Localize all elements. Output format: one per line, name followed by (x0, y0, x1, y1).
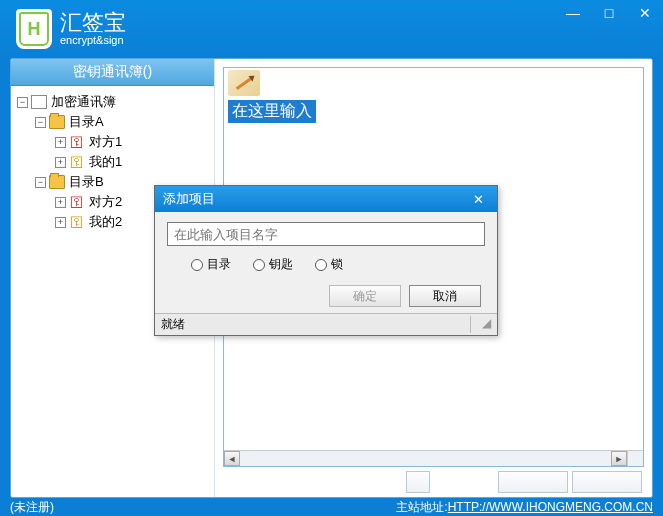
app-logo: H (16, 9, 52, 49)
radio-lock[interactable]: 锁 (315, 256, 343, 273)
tree-label: 我的1 (89, 153, 122, 171)
maximize-button[interactable]: □ (591, 0, 627, 26)
dialog-body: 目录 钥匙 锁 确定 取消 (155, 212, 497, 313)
status-text: 就绪 (161, 316, 471, 333)
toolbar-button-1[interactable] (498, 471, 568, 493)
folder-icon (49, 175, 65, 189)
ok-button[interactable]: 确定 (329, 285, 401, 307)
window-controls: — □ ✕ (555, 0, 663, 26)
radio-icon (315, 259, 327, 271)
expand-icon[interactable]: + (55, 157, 66, 168)
titlebar: H 汇签宝 encrypt&sign — □ ✕ (0, 0, 663, 58)
homepage-link[interactable]: HTTP://WWW.IHONGMENG.COM.CN (448, 500, 653, 514)
input-prompt[interactable]: 在这里输入 (228, 100, 316, 123)
collapse-icon[interactable]: − (35, 117, 46, 128)
key-icon: ⚿ (69, 155, 85, 169)
tree-item[interactable]: + ⚿ 我的1 (15, 152, 210, 172)
tree-dir-a[interactable]: − 目录A (15, 112, 210, 132)
content-toolbar (223, 467, 644, 497)
add-item-dialog: 添加项目 ✕ 目录 钥匙 锁 确定 取消 就绪 ◢ (154, 185, 498, 336)
radio-key[interactable]: 钥匙 (253, 256, 293, 273)
tree-label: 对方2 (89, 193, 122, 211)
dialog-title: 添加项目 (163, 190, 215, 208)
key-icon: ⚿ (69, 215, 85, 229)
app-title-block: 汇签宝 encrypt&sign (60, 12, 126, 46)
type-radio-group: 目录 钥匙 锁 (167, 246, 485, 285)
app-subtitle: encrypt&sign (60, 34, 126, 46)
folder-icon (49, 115, 65, 129)
key-icon: ⚿ (69, 195, 85, 209)
footer: (未注册) 主站地址:HTTP://WWW.IHONGMENG.COM.CN (0, 498, 663, 516)
close-button[interactable]: ✕ (627, 0, 663, 26)
tree-label: 对方1 (89, 133, 122, 151)
tree-label: 目录A (69, 113, 104, 131)
collapse-icon[interactable]: − (17, 97, 28, 108)
edit-icon[interactable] (228, 70, 260, 96)
expand-icon[interactable]: + (55, 137, 66, 148)
tree-label: 我的2 (89, 213, 122, 231)
footer-link-block: 主站地址:HTTP://WWW.IHONGMENG.COM.CN (396, 499, 653, 516)
minimize-button[interactable]: — (555, 0, 591, 26)
pencil-icon (236, 77, 252, 90)
tree-item[interactable]: + ⚿ 对方1 (15, 132, 210, 152)
tree-label: 目录B (69, 173, 104, 191)
toolbar-button-2[interactable] (572, 471, 642, 493)
sidebar-header: 密钥通讯簿() (11, 59, 214, 86)
horizontal-scrollbar[interactable]: ◄ ► (224, 450, 627, 466)
scroll-corner (627, 450, 643, 466)
scroll-right-icon[interactable]: ► (611, 451, 627, 466)
radio-icon (253, 259, 265, 271)
item-name-input[interactable] (167, 222, 485, 246)
resize-grip-icon[interactable]: ◢ (471, 316, 491, 333)
scroll-left-icon[interactable]: ◄ (224, 451, 240, 466)
book-icon (31, 95, 47, 109)
dialog-titlebar[interactable]: 添加项目 ✕ (155, 186, 497, 212)
toolbar-checkbox[interactable] (406, 471, 430, 493)
dialog-buttons: 确定 取消 (167, 285, 485, 307)
expand-icon[interactable]: + (55, 197, 66, 208)
key-icon: ⚿ (69, 135, 85, 149)
registration-status: (未注册) (10, 499, 54, 516)
tree-label: 加密通讯簿 (51, 93, 116, 111)
app-title: 汇签宝 (60, 12, 126, 34)
cancel-button[interactable]: 取消 (409, 285, 481, 307)
radio-directory[interactable]: 目录 (191, 256, 231, 273)
dialog-statusbar: 就绪 ◢ (155, 313, 497, 335)
dialog-close-button[interactable]: ✕ (467, 190, 489, 208)
radio-icon (191, 259, 203, 271)
tree-root[interactable]: − 加密通讯簿 (15, 92, 210, 112)
expand-icon[interactable]: + (55, 217, 66, 228)
collapse-icon[interactable]: − (35, 177, 46, 188)
